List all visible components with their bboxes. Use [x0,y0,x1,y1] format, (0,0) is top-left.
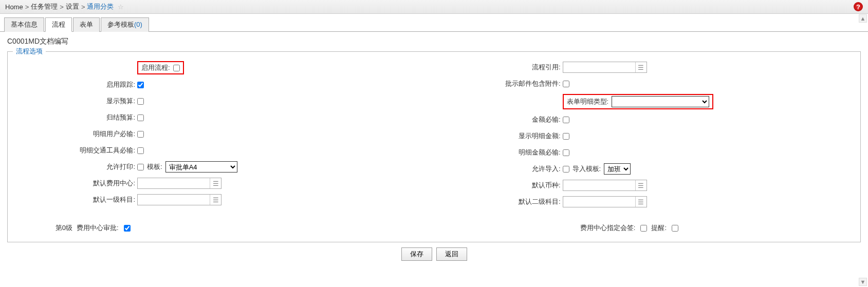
lookup-icon: ☰ [638,64,644,71]
select-print-template[interactable]: 审批单A4 [165,161,237,173]
tab-process[interactable]: 流程 [45,17,72,32]
checkbox-detail-user-required[interactable] [137,131,144,138]
breadcrumb-sep: > [81,3,85,11]
checkbox-show-budget[interactable] [137,98,144,105]
breadcrumb-task-mgmt[interactable]: 任务管理 [31,2,58,11]
lookup-icon: ☰ [638,198,644,206]
label-level: 第0级 [21,223,72,233]
lookup-icon: ☰ [638,182,644,189]
breadcrumb-home[interactable]: Home [5,3,23,11]
enable-process-group: 启用流程: [137,61,184,74]
fieldset-legend: 流程选项 [13,47,46,56]
lookup-default-currency: ☰ [563,180,647,191]
checkbox-allow-import[interactable] [563,166,569,173]
checkbox-detail-amount-required[interactable] [563,149,569,156]
breadcrumb-sep: > [60,3,64,11]
save-button[interactable]: 保存 [401,247,432,261]
label-show-detail-amount: 显示明细金额: [439,131,563,141]
checkbox-cost-center-approve[interactable] [124,225,131,232]
lookup-btn-process-ref[interactable]: ☰ [635,62,647,72]
lookup-btn-currency[interactable]: ☰ [635,180,647,190]
lookup-btn-level2-subject[interactable]: ☰ [635,197,647,207]
page-title: C0001MD文档编写 [0,32,868,51]
label-allow-import: 允许导入: [439,164,563,174]
label-enable-tracking: 启用跟踪: [14,80,137,89]
lookup-default-cost-center: ☰ [137,178,221,189]
label-enable-process-text: 启用流程: [141,63,170,72]
label-default-currency: 默认币种: [439,181,563,190]
label-form-detail-type: 表单明细类型: [567,97,609,106]
back-button[interactable]: 返回 [436,247,467,261]
breadcrumb-sep: > [25,3,29,11]
checkbox-allow-print[interactable] [137,164,144,170]
breadcrumb: Home > 任务管理 > 设置 > 通用分类 ☆ [5,2,124,11]
form-detail-type-group: 表单明细类型: [563,94,714,109]
lookup-default-level1-subject: ☰ [137,194,221,205]
form-grid: 启用流程: 启用跟踪: 显示预算: 归结预算: 明细用户必输: 明细 [14,61,854,212]
lookup-icon: ☰ [213,180,219,187]
select-form-detail-type[interactable] [612,96,709,107]
label-remind: 提醒: [651,223,667,233]
level-right: 费用中心指定会签: 提醒: [580,223,847,233]
lookup-icon: ☰ [213,196,219,204]
input-default-cost-center[interactable] [138,178,210,188]
tab-basic-info[interactable]: 基本信息 [4,17,44,32]
label-allow-print: 允许打印: [14,162,137,171]
tab-ref-template[interactable]: 参考模板(0) [101,17,149,32]
checkbox-show-detail-amount[interactable] [563,133,569,140]
process-options-fieldset: 流程选项 启用流程: 启用跟踪: 显示预算: 归结预算: [7,51,861,242]
checkbox-remind[interactable] [672,225,678,232]
lookup-btn-cost-center[interactable]: ☰ [210,178,221,188]
breadcrumb-current: 通用分类 [87,2,114,11]
checkbox-enable-tracking[interactable] [137,82,144,88]
label-detail-amount-required: 明细金额必输: [439,148,563,157]
level-left: 第0级 费用中心审批: [21,223,131,233]
input-default-level1-subject[interactable] [138,195,210,205]
label-process-ref: 流程引用: [439,63,563,72]
tab-ref-template-label: 参考模板 [107,21,134,28]
form-right-column: 流程引用: ☰ 批示邮件包含附件: 表单明细类型: [439,61,855,212]
label-detail-vehicle-required: 明细交通工具必输: [14,146,137,155]
checkbox-enable-process[interactable] [173,65,180,71]
input-default-level2-subject[interactable] [563,197,635,207]
label-print-template: 模板: [147,162,162,171]
lookup-process-ref: ☰ [563,62,647,73]
tab-form[interactable]: 表单 [73,17,100,32]
checkbox-detail-vehicle-required[interactable] [137,147,144,154]
help-icon[interactable]: ? [854,2,863,11]
level-row: 第0级 费用中心审批: 费用中心指定会签: 提醒: [21,223,847,233]
label-amount-required: 金额必输: [439,115,563,124]
breadcrumb-settings[interactable]: 设置 [66,2,79,11]
checkbox-amount-required[interactable] [563,117,569,123]
label-show-budget: 显示预算: [14,97,137,106]
input-default-currency[interactable] [563,180,635,190]
lookup-btn-level1-subject[interactable]: ☰ [210,195,221,205]
checkbox-cost-center-assign[interactable] [640,225,647,232]
lookup-default-level2-subject: ☰ [563,196,647,207]
label-detail-user-required: 明细用户必输: [14,129,137,139]
label-cost-center-assign: 费用中心指定会签: [580,223,636,233]
label-default-cost-center: 默认费用中心: [14,179,137,188]
input-process-ref[interactable] [563,62,635,72]
star-icon[interactable]: ☆ [118,3,124,11]
scroll-up-icon[interactable]: ▲ [859,14,867,23]
label-default-level1-subject: 默认一级科目: [14,195,137,204]
tab-ref-template-count: (0) [134,21,142,28]
label-import-template: 导入模板: [572,164,601,174]
tabs: 基本信息 流程 表单 参考模板(0) [0,17,868,32]
checkbox-approval-mail-attachment[interactable] [563,81,569,87]
button-row: 保存 返回 [0,247,868,261]
label-approval-mail-attachment: 批示邮件包含附件: [439,79,563,88]
label-summarize-budget: 归结预算: [14,113,137,122]
select-import-template[interactable]: 加班 [604,163,631,175]
form-left-column: 启用流程: 启用跟踪: 显示预算: 归结预算: 明细用户必输: 明细 [14,61,429,212]
label-cost-center-approve: 费用中心审批: [77,223,119,233]
label-default-level2-subject: 默认二级科目: [439,197,563,206]
breadcrumb-bar: Home > 任务管理 > 设置 > 通用分类 ☆ ? [0,0,868,14]
checkbox-summarize-budget[interactable] [137,114,144,121]
